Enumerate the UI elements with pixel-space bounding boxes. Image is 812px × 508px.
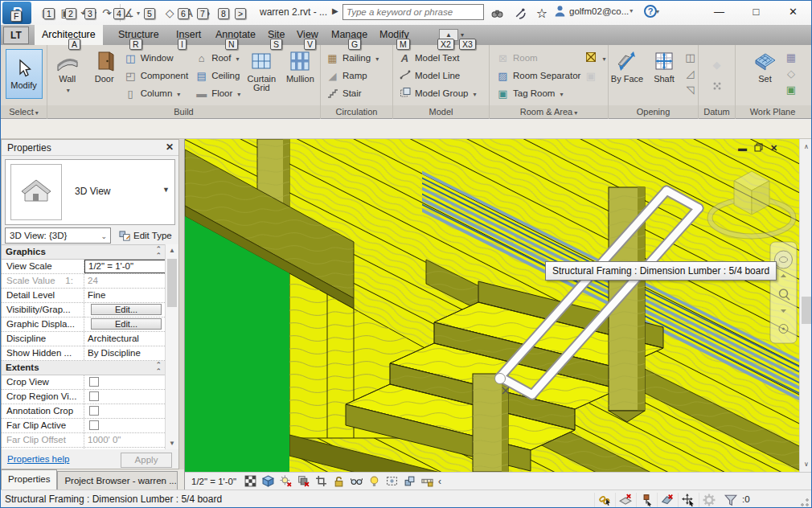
crop-view-icon[interactable]: [314, 474, 328, 488]
column-button[interactable]: Column: [124, 84, 188, 102]
view-minimize-icon[interactable]: ▬: [738, 143, 747, 154]
select-links-icon[interactable]: [594, 493, 613, 507]
scroll-down-icon[interactable]: ∨: [800, 458, 812, 470]
ceiling-button[interactable]: Ceiling: [195, 67, 240, 84]
drawing-canvas[interactable]: [185, 139, 800, 472]
section-extents[interactable]: Extents⌃⌃: [2, 361, 166, 375]
graphic-display-edit-button[interactable]: Edit...: [91, 318, 162, 330]
tag-room-dropdown-icon[interactable]: [558, 88, 563, 98]
measure-dropdown-icon[interactable]: ▾: [137, 10, 140, 17]
temporary-view-properties-icon[interactable]: [385, 474, 399, 488]
tab-properties[interactable]: Properties: [1, 469, 57, 490]
drag-elements-on-selection-icon[interactable]: [678, 493, 697, 507]
close-button[interactable]: ✕: [775, 1, 811, 23]
help-menu[interactable]: ? ▾: [644, 5, 659, 18]
mullion-button[interactable]: Mullion: [282, 47, 318, 105]
select-underlay-elements-icon[interactable]: [615, 493, 634, 507]
tab-insert[interactable]: Insert: [169, 25, 208, 45]
resize-grip[interactable]: [800, 498, 810, 507]
panel-label-room-area[interactable]: Room & Area: [490, 105, 609, 119]
visibility-edit-button[interactable]: Edit...: [91, 304, 162, 315]
curtain-grid-button[interactable]: Curtain Grid: [242, 47, 281, 105]
select-panel-dropdown-icon[interactable]: [34, 107, 39, 117]
wall-button[interactable]: Wall: [50, 47, 85, 105]
view-close-icon[interactable]: ✕: [770, 143, 777, 154]
dormer-opening-button[interactable]: [683, 81, 697, 97]
room-area-panel-dropdown-icon[interactable]: [572, 107, 577, 117]
vertical-opening-button[interactable]: [683, 65, 697, 81]
model-text-button[interactable]: Model Text: [398, 49, 477, 67]
column-dropdown-icon[interactable]: [175, 88, 180, 98]
ref-plane-button[interactable]: [785, 65, 798, 81]
show-work-plane-button[interactable]: [785, 49, 798, 65]
sign-in-menu[interactable]: golfm02@co... ▾: [554, 5, 633, 17]
displaced-elements-icon[interactable]: [403, 474, 416, 488]
select-elements-by-face-icon[interactable]: [657, 493, 676, 507]
temporary-hide-isolate-icon[interactable]: [350, 474, 363, 488]
discipline-value[interactable]: Architectural: [84, 332, 166, 346]
detail-level-value[interactable]: Fine: [84, 289, 166, 302]
component-button[interactable]: Component: [124, 67, 188, 84]
vcb-collapse-chevron-icon[interactable]: ‹: [438, 476, 441, 487]
reveal-constraints-icon[interactable]: [420, 474, 434, 488]
tag-icon[interactable]: ◇: [161, 4, 178, 22]
minimize-button[interactable]: —: [701, 1, 737, 23]
properties-header[interactable]: Properties ✕: [2, 140, 178, 156]
modify-button[interactable]: Modify: [6, 49, 43, 99]
scrollbar-thumb[interactable]: [802, 297, 811, 324]
properties-close-icon[interactable]: ✕: [166, 141, 174, 153]
view-scale-button[interactable]: 1/2" = 1'-0": [191, 477, 236, 486]
annotation-crop-checkbox[interactable]: [89, 406, 99, 416]
by-face-button[interactable]: By Face: [609, 47, 645, 105]
viewport-vertical-scrollbar[interactable]: ∧ ∨: [799, 139, 812, 472]
properties-help-link[interactable]: Properties help: [7, 454, 69, 464]
instance-selector-combo[interactable]: 3D View: {3D} ⌄: [5, 227, 111, 244]
crop-view-checkbox[interactable]: [89, 377, 99, 387]
stair-button[interactable]: Stair: [326, 84, 379, 102]
model-group-dropdown-icon[interactable]: [471, 88, 476, 98]
view-restore-icon[interactable]: [754, 143, 763, 154]
scroll-down-icon[interactable]: ▼: [166, 437, 178, 449]
area-dropdown-icon[interactable]: [601, 53, 605, 63]
steering-wheel-icon[interactable]: [775, 251, 793, 268]
type-selector-dropdown-icon[interactable]: ▼: [162, 186, 170, 194]
navigation-bar[interactable]: [770, 242, 797, 343]
wall-dropdown-icon[interactable]: [65, 85, 70, 95]
favorites-star-icon[interactable]: ☆: [531, 5, 552, 21]
model-line-button[interactable]: Model Line: [398, 67, 477, 84]
work-plane-viewer-button[interactable]: [785, 81, 798, 97]
ramp-button[interactable]: Ramp: [326, 67, 379, 84]
room-separator-button[interactable]: Room Separator: [496, 67, 580, 84]
far-clip-active-checkbox[interactable]: [89, 420, 99, 430]
select-pinned-elements-icon[interactable]: [636, 493, 655, 507]
tab-project-browser[interactable]: Project Browser - warren ...: [57, 471, 178, 490]
lock-3d-view-icon[interactable]: [332, 474, 346, 488]
maximize-button[interactable]: □: [738, 1, 774, 23]
crop-region-visible-checkbox[interactable]: [89, 391, 99, 401]
shaft-button[interactable]: Shaft: [646, 47, 682, 105]
railing-dropdown-icon[interactable]: [374, 53, 379, 63]
model-group-button[interactable]: Model Group: [398, 84, 477, 102]
floor-button[interactable]: Floor: [195, 84, 240, 102]
search-icon[interactable]: [486, 5, 507, 21]
panel-label-select[interactable]: Select: [1, 105, 47, 119]
type-selector[interactable]: 3D View ▼: [5, 159, 175, 225]
apply-button[interactable]: Apply: [121, 453, 172, 468]
grid-button[interactable]: [710, 77, 724, 98]
show-hidden-value[interactable]: By Discipline: [84, 346, 166, 360]
floor-dropdown-icon[interactable]: [236, 88, 240, 98]
collapse-chevron-icon[interactable]: ⌃⌃: [155, 362, 162, 375]
visual-style-icon[interactable]: [261, 474, 275, 488]
scrollbar-thumb[interactable]: [167, 259, 177, 307]
railing-button[interactable]: Railing: [326, 49, 379, 67]
communication-center-icon[interactable]: [509, 5, 530, 21]
collapse-chevron-icon[interactable]: ⌃⌃: [155, 246, 162, 259]
door-button[interactable]: Door: [87, 47, 122, 105]
properties-scrollbar[interactable]: ▲ ▼: [165, 244, 178, 449]
roof-button[interactable]: Roof: [195, 49, 240, 67]
ribbon-collapse-dropdown-icon[interactable]: ▾: [461, 31, 464, 39]
reveal-hidden-elements-icon[interactable]: [367, 474, 381, 488]
tag-room-button[interactable]: Tag Room: [496, 84, 580, 102]
edit-type-button[interactable]: Edit Type: [116, 227, 175, 244]
detail-level-icon[interactable]: [244, 474, 257, 488]
